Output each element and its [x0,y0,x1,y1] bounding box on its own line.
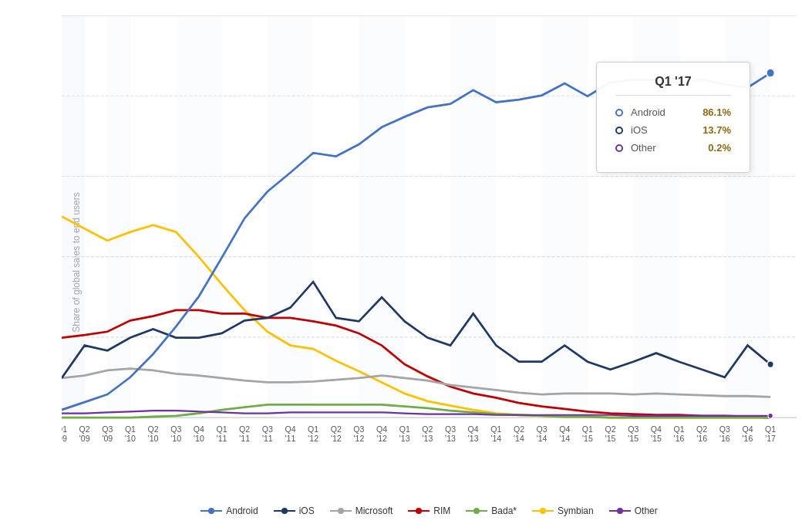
svg-text:Q3'14: Q3'14 [537,424,548,444]
svg-text:Q3'15: Q3'15 [628,424,638,444]
legend-ios-icon [274,506,295,516]
tooltip-title: Q1 '17 [615,75,731,96]
tooltip-other-label: Other [631,142,708,154]
svg-text:Q2'15: Q2'15 [605,424,616,444]
android-endpoint [767,69,775,77]
legend-area: Android iOS Microsoft RIM [62,505,797,516]
tooltip-row-other: Other 0.2% [615,142,731,154]
svg-point-57 [281,508,288,514]
svg-text:Q1'14: Q1'14 [490,424,501,444]
svg-text:Q1'09: Q1'09 [62,424,67,444]
legend-symbian-label: Symbian [558,505,594,516]
svg-point-65 [540,508,546,514]
svg-text:Q3'16: Q3'16 [719,424,730,444]
svg-text:Q4'10: Q4'10 [194,424,204,444]
tooltip-ios-value: 13.7% [702,124,731,136]
svg-text:Q4'13: Q4'13 [468,424,479,444]
legend-bada-label: Bada* [491,505,517,516]
svg-text:Q1'16: Q1'16 [673,424,684,444]
svg-text:Q3'10: Q3'10 [170,424,181,444]
legend-android-icon [200,506,222,516]
legend-item-bada: Bada* [466,505,517,516]
svg-point-59 [338,508,344,514]
svg-text:Q4'14: Q4'14 [559,424,570,444]
svg-text:Q2'13: Q2'13 [422,424,433,444]
tooltip-other-value: 0.2% [708,142,731,154]
legend-item-ios: iOS [274,505,315,516]
svg-rect-6 [450,15,496,418]
tooltip-other-dot [615,144,623,152]
svg-text:Q4'12: Q4'12 [376,424,387,444]
legend-item-android: Android [200,505,258,516]
svg-point-63 [473,508,480,514]
ios-endpoint [767,361,773,368]
svg-text:Q4'11: Q4'11 [285,424,295,444]
legend-item-rim: RIM [408,505,450,516]
svg-rect-2 [107,15,130,418]
chart-container: Share of global sales to end users [0,0,812,524]
svg-text:Q3'09: Q3'09 [102,424,113,444]
legend-symbian-icon [532,506,554,516]
svg-text:Q2'11: Q2'11 [239,424,250,444]
svg-rect-3 [176,15,221,418]
svg-text:Q4'15: Q4'15 [651,424,662,444]
legend-microsoft-icon [330,506,352,516]
legend-item-symbian: Symbian [532,505,594,516]
tooltip-ios-dot [615,127,623,134]
other-endpoint [768,414,773,419]
svg-text:Q2'12: Q2'12 [331,424,342,444]
legend-bada-icon [466,506,487,516]
legend-rim-icon [408,506,430,516]
legend-rim-label: RIM [433,505,450,516]
tooltip-android-dot [615,109,623,117]
svg-text:Q1'10: Q1'10 [125,424,136,444]
legend-other-label: Other [635,505,658,516]
tooltip-row-ios: iOS 13.7% [615,124,731,136]
svg-text:Q1'17: Q1'17 [765,424,776,444]
chart-area: 100% 80% 60% 40% 20% 0% Q1'09 Q2'09 Q3'0… [62,15,797,462]
svg-text:Q2'09: Q2'09 [79,424,90,444]
svg-text:Q1'15: Q1'15 [582,424,593,444]
svg-text:Q3'13: Q3'13 [445,424,456,444]
legend-microsoft-label: Microsoft [355,505,393,516]
svg-text:Q1'13: Q1'13 [399,424,410,444]
svg-text:Q1'11: Q1'11 [216,424,227,444]
legend-item-microsoft: Microsoft [330,505,393,516]
svg-text:Q3'11: Q3'11 [262,424,273,444]
tooltip-ios-label: iOS [631,124,702,136]
svg-text:Q4'16: Q4'16 [742,424,753,444]
svg-point-55 [208,508,214,514]
svg-rect-4 [268,15,313,418]
legend-ios-label: iOS [299,505,315,516]
svg-text:Q2'14: Q2'14 [514,424,524,444]
tooltip-box: Q1 '17 Android 86.1% iOS 13.7% Other 0.2… [596,62,750,173]
tooltip-android-label: Android [631,106,702,118]
svg-text:Q2'16: Q2'16 [696,424,707,444]
legend-item-other: Other [609,505,658,516]
svg-text:Q3'12: Q3'12 [353,424,364,444]
tooltip-row-android: Android 86.1% [615,106,731,118]
legend-android-label: Android [226,505,258,516]
svg-text:Q2'10: Q2'10 [148,424,159,444]
svg-point-67 [617,508,623,514]
svg-rect-1 [62,15,85,418]
svg-point-61 [416,508,422,514]
svg-text:Q1'12: Q1'12 [308,424,318,444]
tooltip-android-value: 86.1% [702,106,731,118]
svg-rect-5 [359,15,404,418]
legend-other-icon [609,506,631,516]
